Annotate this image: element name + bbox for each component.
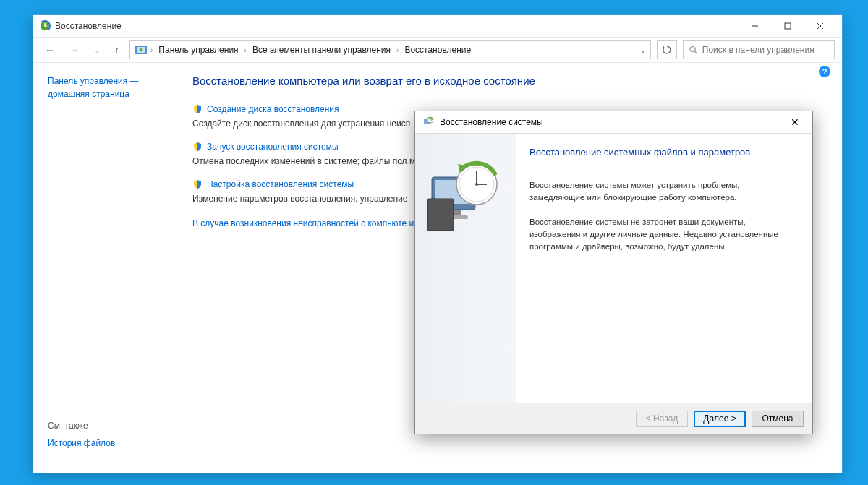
start-system-restore-link[interactable]: Запуск восстановления системы [207,142,339,152]
dialog-close-button[interactable]: ✕ [785,113,805,131]
nav-toolbar: ← → ⌄ ↑ › Панель управления › Все элемен… [33,37,842,63]
search-icon [689,46,698,55]
search-input[interactable] [702,45,828,55]
dialog-paragraph: Восстановление системы не затронет ваши … [529,216,795,254]
search-box[interactable] [683,40,835,59]
shield-icon [192,179,203,189]
svg-point-21 [475,183,478,186]
restore-icon [422,116,434,129]
recent-dropdown[interactable]: ⌄ [90,43,104,57]
back-button[interactable]: ← [41,41,59,59]
next-button[interactable]: Далее > [694,411,746,427]
up-button[interactable]: ↑ [110,41,124,59]
page-title: Восстановление компьютера или возврат ег… [192,74,813,87]
breadcrumb[interactable]: › Панель управления › Все элементы панел… [129,40,651,59]
dialog-paragraph: Восстановление системы может устранить п… [529,179,795,205]
dialog-graphic-panel [415,134,516,403]
titlebar[interactable]: Восстановление [33,15,842,37]
breadcrumb-dropdown-icon[interactable]: ⌄ [640,46,646,54]
window-title: Восстановление [55,21,122,31]
sidebar-home-link[interactable]: Панель управления — домашняя страница [48,74,165,100]
sidebar: Панель управления — домашняя страница См… [33,63,171,473]
svg-line-9 [694,51,697,53]
shield-icon [192,142,203,152]
breadcrumb-item[interactable]: Восстановление [401,43,474,56]
control-panel-icon [135,43,148,56]
refresh-button[interactable] [657,40,677,59]
system-restore-dialog: Восстановление системы ✕ [414,111,813,434]
configure-system-restore-link[interactable]: Настройка восстановления системы [207,179,354,189]
svg-point-7 [140,48,143,52]
dialog-titlebar[interactable]: Восстановление системы ✕ [415,111,812,133]
dialog-content: Восстановление системных файлов и параме… [516,134,812,403]
forward-button[interactable]: → [65,41,84,59]
dialog-heading: Восстановление системных файлов и параме… [529,147,795,158]
system-restore-graphic-icon [426,155,506,235]
svg-rect-16 [427,199,454,231]
shield-icon [192,104,203,114]
cancel-button[interactable]: Отмена [752,411,804,427]
close-button[interactable] [804,16,836,37]
file-history-link[interactable]: История файлов [48,437,165,450]
svg-point-8 [690,46,695,51]
recovery-icon [39,20,51,32]
breadcrumb-item[interactable]: Панель управления [156,43,241,56]
create-recovery-drive-link[interactable]: Создание диска восстановления [207,104,339,114]
see-also-heading: См. также [48,421,165,431]
back-button: < Назад [636,411,688,427]
maximize-button[interactable] [771,16,804,37]
breadcrumb-item[interactable]: Все элементы панели управления [250,43,393,56]
help-icon[interactable]: ? [819,66,830,77]
minimize-button[interactable] [739,16,771,37]
dialog-footer: < Назад Далее > Отмена [415,403,812,434]
dialog-title-text: Восстановление системы [440,117,543,127]
svg-rect-2 [785,23,791,29]
